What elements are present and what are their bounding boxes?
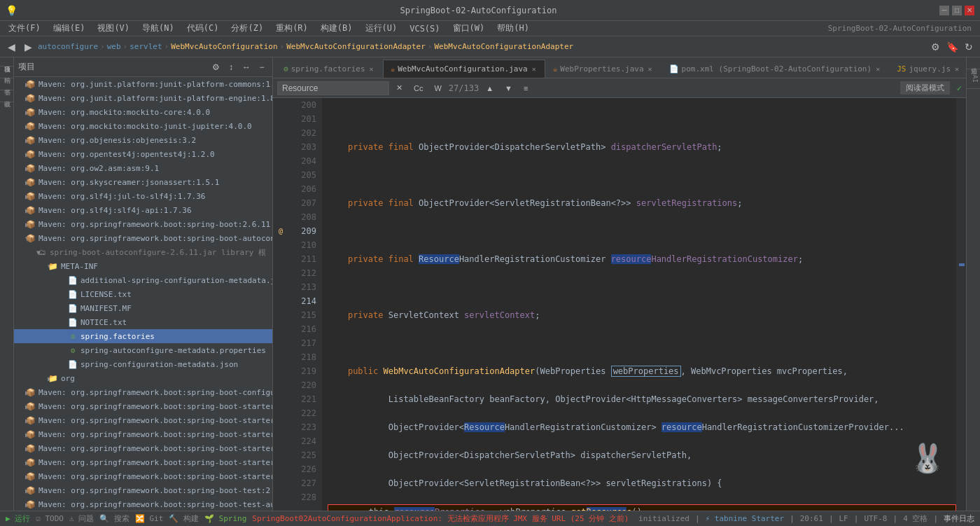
tree-item-spring-factories[interactable]: ⚙ spring.factories [14,329,272,343]
tree-item-spring-config-json[interactable]: 📄 spring-configuration-metadata.json [14,357,272,371]
menu-vcs[interactable]: VCS(S) [404,22,445,35]
menu-refactor[interactable]: 重构(R) [270,21,314,36]
nav-forward-button[interactable]: ▶ [21,40,35,54]
tab-jquery[interactable]: JS jquery.js ✕ [889,60,966,78]
code-line-206 [328,280,956,294]
breadcrumb-adapter2[interactable]: WebMvcAutoConfigurationAdapter [434,42,573,51]
nav-settings-button[interactable]: ⚙ [928,40,942,54]
menu-window[interactable]: 窗口(W) [447,21,491,36]
tab-pom[interactable]: 📄 pom.xml (SpringBoot-02-AutoConfigurati… [662,60,890,78]
status-spring[interactable]: 🌱 Spring [204,514,246,523]
tree-item-spring-boot-starter-lo[interactable]: ▶ 📦 Maven: org.springframework.boot:spri… [14,427,272,441]
tab-jquery-close[interactable]: ✕ [953,65,960,73]
tree-item-spring-boot-starter[interactable]: ▶ 📦 Maven: org.springframework.boot:spri… [14,399,272,413]
tree-item-spring-autoconfig[interactable]: ▼ 📦 Maven: org.springframework.boot:spri… [14,231,272,245]
status-build[interactable]: 🔨 构建 [169,513,199,524]
status-problems[interactable]: ⚠ 问题 [69,513,94,524]
left-tab-favorites[interactable]: 收藏 [0,90,13,102]
sidebar-expand-btn[interactable]: ↕ [225,61,237,74]
search-prev[interactable]: ▲ [482,83,498,94]
tree-item-spring-boot-starter-w[interactable]: ▶ 📦 Maven: org.springframework.boot:spri… [14,469,272,483]
sidebar-settings-btn[interactable]: ⚙ [209,61,222,74]
left-tab-project[interactable]: 项目 [0,57,13,67]
sidebar-close-btn[interactable]: − [255,61,268,74]
menu-analyze[interactable]: 分析(Z) [225,21,269,36]
left-tab-bookmarks[interactable]: 书签 [0,78,13,90]
maximize-button[interactable]: □ [952,6,962,15]
tree-item-meta-inf[interactable]: ▼ 📁 META-INF [14,259,272,273]
tab-webmvc-java-close[interactable]: ✕ [531,65,538,73]
close-button[interactable]: ✕ [965,6,974,15]
tree-item-mockito-junit[interactable]: ▶ 📦 Maven: org.mockito:mockito-junit-jup… [14,119,272,133]
reading-mode-btn[interactable]: 阅读器模式 [900,81,950,95]
title-bar-controls[interactable]: ─ □ ✕ [939,6,974,15]
tree-item-notice[interactable]: 📄 NOTICE.txt [14,315,272,329]
breadcrumb-webmvc-class[interactable]: WebMvcAutoConfiguration [171,42,277,51]
status-todo[interactable]: ☑ TODO [36,514,64,523]
tab-spring-factories[interactable]: ⚙ spring.factories ✕ [276,60,383,78]
search-close[interactable]: ✕ [392,82,407,94]
nav-back-button[interactable]: ◀ [4,40,18,54]
tree-item-spring-boot-test[interactable]: ▶ 📦 Maven: org.springframework.boot:spri… [14,483,272,497]
tree-item-mockito-core[interactable]: ▶ 📦 Maven: org.mockito:mockito-core:4.0.… [14,105,272,119]
status-run[interactable]: ▶ 运行 [6,513,30,524]
menu-navigate[interactable]: 导航(N) [136,21,180,36]
search-input[interactable] [277,81,389,95]
menu-build[interactable]: 构建(B) [315,21,358,36]
tree-view: ▶ 📦 Maven: org.junit.platform:junit-plat… [14,77,272,511]
left-tab-structure[interactable]: 结构 [0,67,13,78]
search-next[interactable]: ▼ [500,83,517,94]
tab-webproperties[interactable]: ☕ WebProperties.java ✕ [545,60,662,78]
tree-item-addl-json[interactable]: 📄 additional-spring-configuration-metada… [14,273,272,287]
status-search[interactable]: 🔍 搜索 [99,513,130,524]
tree-item-manifest[interactable]: 📄 MANIFEST.MF [14,301,272,315]
tree-item-spring-boot-test-auto[interactable]: ▶ 📦 Maven: org.springframework.boot:spri… [14,497,272,511]
right-tab-ai[interactable]: AI [967,69,980,89]
tab-webproperties-close[interactable]: ✕ [647,65,654,73]
tab-spring-factories-close[interactable]: ✕ [368,65,375,73]
search-bar: ✕ Cc W 27/133 ▲ ▼ ≡ 阅读器模式 ✓ [273,78,966,98]
code-line-207: private ServletContext servletContext; [328,308,956,322]
tab-pom-close[interactable]: ✕ [874,65,881,73]
tree-item-junit-commons[interactable]: ▶ 📦 Maven: org.junit.platform:junit-plat… [14,77,272,91]
tree-item-spring-autoconfig-meta[interactable]: ⚙ spring-autoconfigure-metadata.properti… [14,343,272,357]
tree-item-objenesis[interactable]: ▶ 📦 Maven: org.objenesis:objenesis:3.2 [14,133,272,147]
breadcrumb-adapter1[interactable]: WebMvcAutoConfigurationAdapter [286,42,426,51]
tree-item-jar[interactable]: ▼ 🗂 spring-boot-autoconfigure-2.6.11.jar… [14,245,272,259]
tree-item-org[interactable]: ▶ 📁 org [14,371,272,385]
status-git[interactable]: 🔀 Git [135,514,164,523]
nav-bookmark-button[interactable]: 🔖 [945,40,959,54]
sidebar-collapse-btn[interactable]: ↔ [240,61,253,74]
tree-item-spring-boot-starter-js[interactable]: ▶ 📦 Maven: org.springframework.boot:spri… [14,413,272,427]
menu-code[interactable]: 代码(C) [181,21,225,36]
menu-help[interactable]: 帮助(H) [491,21,535,36]
tab-webmvc-java[interactable]: ☕ WebMvcAutoConfiguration.java ✕ [383,60,545,78]
breadcrumb-servlet[interactable]: servlet [130,42,162,51]
status-tabnine[interactable]: ⚡ tabnine Starter [706,514,785,523]
search-word[interactable]: W [430,83,445,94]
tree-item-opentest4j[interactable]: ▶ 📦 Maven: org.opentest4j:opentest4j:1.2… [14,147,272,161]
code-line-210: ListableBeanFactory beanFactory, ObjectP… [328,392,956,406]
tree-item-spring-boot-starter-te[interactable]: ▶ 📦 Maven: org.springframework.boot:spri… [14,441,272,455]
menu-view[interactable]: 视图(V) [92,21,135,36]
menu-run[interactable]: 运行(U) [360,21,403,36]
tree-item-jsonassert[interactable]: ▶ 📦 Maven: org.skyscreamer:jsonassert:1.… [14,175,272,189]
right-tab-notifications[interactable]: 通知 [967,57,980,69]
tree-item-asm[interactable]: ▶ 📦 Maven: org.ow2.asm:asm:9.1 [14,161,272,175]
tree-item-license[interactable]: 📄 LICENSE.txt [14,287,272,301]
breadcrumb-web[interactable]: web [107,42,121,51]
search-extra[interactable]: ≡ [519,83,532,94]
tree-item-spring-boot[interactable]: ▶ 📦 Maven: org.springframework.boot:spri… [14,217,272,231]
search-regex[interactable]: Cc [410,83,427,94]
tree-item-junit-engine[interactable]: ▶ 📦 Maven: org.junit.platform:junit-plat… [14,91,272,105]
nav-sync-button[interactable]: ↻ [962,40,976,54]
menu-edit[interactable]: 编辑(E) [48,21,91,36]
breadcrumb-autoconfigure[interactable]: autoconfigure [38,42,98,51]
menu-file[interactable]: 文件(F) [3,21,46,36]
tree-item-jul-slf4j[interactable]: ▶ 📦 Maven: org.slf4j:jul-to-slf4j:1.7.36 [14,189,272,203]
minimize-button[interactable]: ─ [939,6,949,15]
tree-item-spring-boot-starter-to[interactable]: ▶ 📦 Maven: org.springframework.boot:spri… [14,455,272,469]
tree-item-spring-boot-configura[interactable]: ▶ 📦 Maven: org.springframework.boot:spri… [14,385,272,399]
tree-item-slf4j-api[interactable]: ▶ 📦 Maven: org.slf4j:slf4j-api:1.7.36 [14,203,272,217]
status-event-log[interactable]: 事件日志 [944,513,974,524]
